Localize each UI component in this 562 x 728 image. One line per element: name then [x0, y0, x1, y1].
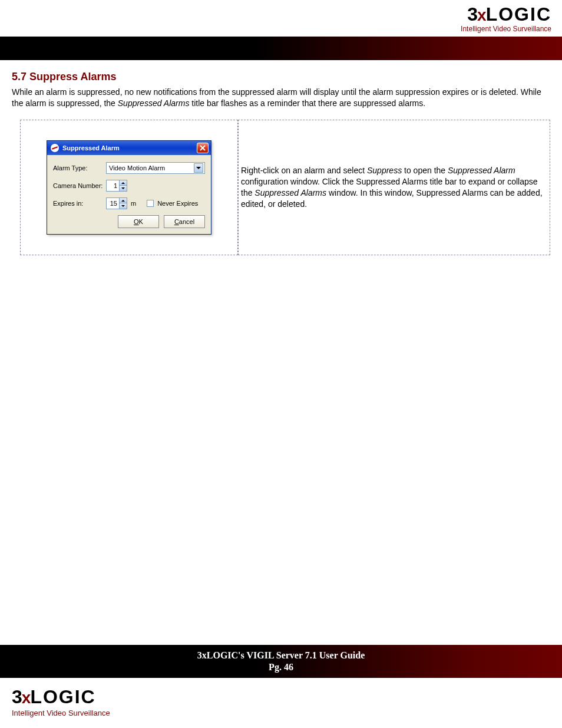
- figure-image-cell: Suppressed Alarm Alarm Type: Video Motio…: [20, 120, 238, 255]
- dialog-title: Suppressed Alarm: [62, 144, 120, 151]
- footer-logo-block: 3xLOGIC Intelligent Video Surveillance: [12, 687, 110, 717]
- dialog-titlebar[interactable]: Suppressed Alarm: [47, 141, 211, 155]
- spin-down-icon[interactable]: [120, 186, 127, 191]
- dialog-body: Alarm Type: Video Motion Alarm Camera Nu…: [47, 155, 211, 234]
- section-body: While an alarm is suppressed, no new not…: [12, 87, 550, 109]
- spinner-buttons: [119, 180, 127, 191]
- instruction-italic1: Suppress: [367, 166, 402, 175]
- spin-down-icon[interactable]: [120, 203, 127, 209]
- header-logo-block: 3xLOGIC Intelligent Video Surveillance: [461, 5, 551, 33]
- instruction-seg1: Right-click on an alarm and select: [241, 166, 367, 175]
- chevron-down-icon[interactable]: [194, 163, 203, 173]
- figure-caption-cell: Right-click on an alarm and select Suppr…: [238, 120, 550, 255]
- row-expires-in: Expires in: 15 m Never Expires: [53, 197, 205, 209]
- spinner-camera-number[interactable]: 1: [106, 180, 127, 192]
- suppressed-alarm-dialog: Suppressed Alarm Alarm Type: Video Motio…: [47, 140, 211, 235]
- section-heading: 5.7 Suppress Alarms: [12, 71, 550, 83]
- row-alarm-type: Alarm Type: Video Motion Alarm: [53, 162, 205, 174]
- spin-up-icon[interactable]: [120, 198, 127, 204]
- logo-part-logic: LOGIC: [486, 4, 551, 25]
- spinner-expires-in-value: 15: [107, 198, 119, 209]
- spinner-camera-number-value: 1: [107, 180, 119, 191]
- logo-part-logic: LOGIC: [30, 686, 95, 707]
- footer-page: Pg. 46: [269, 662, 293, 673]
- ok-button-label: OK: [134, 218, 143, 225]
- label-never-expires: Never Expires: [157, 200, 198, 207]
- brand-tagline-footer: Intelligent Video Surveillance: [12, 709, 110, 717]
- instruction-text: Right-click on an alarm and select Suppr…: [241, 165, 547, 210]
- label-alarm-type: Alarm Type:: [53, 164, 106, 172]
- dialog-button-row: OK Cancel: [53, 215, 205, 228]
- row-camera-number: Camera Number: 1: [53, 180, 205, 192]
- spin-up-icon[interactable]: [120, 180, 127, 186]
- logo-part-3: 3: [12, 686, 22, 707]
- body-text-italic: Suppressed Alarms: [118, 98, 190, 108]
- instruction-italic2: Suppressed Alarm: [448, 166, 515, 175]
- content-area: 5.7 Suppress Alarms While an alarm is su…: [12, 71, 550, 255]
- cancel-button[interactable]: Cancel: [164, 215, 205, 228]
- ok-button[interactable]: OK: [118, 215, 159, 228]
- logo-part-x: x: [22, 689, 31, 707]
- no-entry-icon: [51, 144, 59, 152]
- cancel-button-label: Cancel: [174, 218, 194, 225]
- label-expires-in: Expires in:: [53, 200, 106, 207]
- select-alarm-type[interactable]: Video Motion Alarm: [106, 162, 205, 174]
- logo-part-3: 3: [467, 4, 477, 25]
- brand-logo: 3xLOGIC: [467, 5, 551, 24]
- instruction-seg2: to open the: [402, 166, 448, 175]
- spinner-buttons: [119, 198, 127, 209]
- close-button[interactable]: [197, 143, 209, 153]
- label-camera-number: Camera Number:: [53, 182, 106, 189]
- footer-bar: 3xLOGIC's VIGIL Server 7.1 User Guide Pg…: [0, 645, 562, 678]
- figure-row: Suppressed Alarm Alarm Type: Video Motio…: [20, 120, 550, 255]
- instruction-italic3: Suppressed Alarms: [254, 188, 326, 197]
- brand-logo-footer: 3xLOGIC: [12, 687, 96, 706]
- spinner-expires-in[interactable]: 15: [106, 197, 127, 209]
- logo-part-x: x: [477, 6, 486, 24]
- body-text-post: title bar flashes as a reminder that the…: [189, 98, 425, 108]
- close-icon: [200, 145, 206, 151]
- checkbox-never-expires[interactable]: [147, 200, 154, 207]
- brand-tagline: Intelligent Video Surveillance: [461, 25, 551, 33]
- select-alarm-type-value: Video Motion Alarm: [109, 164, 165, 172]
- footer-title: 3xLOGIC's VIGIL Server 7.1 User Guide: [197, 650, 365, 661]
- expires-unit: m: [131, 200, 136, 207]
- header-gradient-bar: [0, 37, 562, 60]
